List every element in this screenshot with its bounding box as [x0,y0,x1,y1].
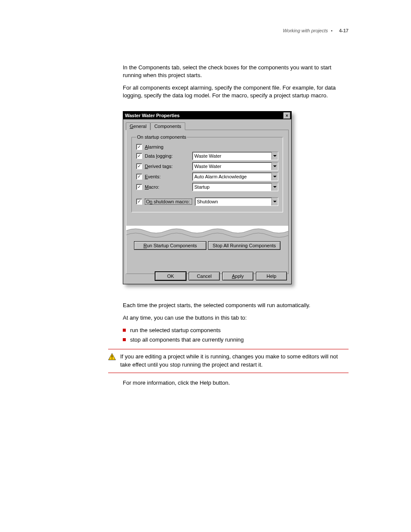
warning-block: If you are editing a project while it is… [108,349,349,373]
run-startup-button[interactable]: Run Startup Components [134,241,206,250]
alarming-checkbox[interactable] [136,144,142,150]
events-label: Events: [145,174,190,179]
bullet-list: run the selected startup components stop… [123,327,349,344]
intro-paragraph-1: In the Components tab, select the check … [123,64,349,79]
events-checkbox[interactable] [136,174,142,180]
derived-label: Derived tags: [145,164,190,169]
ok-button[interactable]: OK [155,272,186,280]
svg-rect-1 [112,355,112,358]
chevron-down-icon[interactable] [271,152,278,160]
close-icon[interactable]: × [283,112,290,119]
events-value: Auto Alarm Acknowledge [193,174,271,179]
tab-row: General Components [126,122,289,130]
page-number: 4-17 [339,28,349,33]
dialog-titlebar[interactable]: Waster Water Properties × [123,112,291,119]
macro-label: Macro: [145,184,190,190]
chevron-down-icon[interactable] [271,173,278,180]
derived-dropdown[interactable]: Waste Water [192,162,278,171]
torn-separator [126,226,289,239]
datalogging-checkbox[interactable] [136,153,142,159]
datalogging-value: Waste Water [193,153,271,159]
bullet-icon [123,329,126,332]
header-bullet: • [331,28,333,33]
datalogging-label: Data logging: [145,153,190,159]
macro-value: Startup [193,184,271,190]
dialog-title: Waster Water Properties [125,113,180,118]
chevron-down-icon[interactable] [271,183,278,191]
macro-dropdown[interactable]: Startup [192,183,278,191]
shutdown-dropdown[interactable]: Shutdown [195,197,278,206]
datalogging-dropdown[interactable]: Waste Water [192,152,278,160]
apply-button[interactable]: Apply [222,272,253,280]
group-legend: On startup components [136,134,187,140]
chevron-down-icon[interactable] [271,198,278,205]
chapter-title: Working with projects [283,28,328,33]
shutdown-checkbox[interactable] [136,199,142,205]
shutdown-value: Shutdown [195,199,271,204]
svg-rect-2 [112,358,112,359]
intro-paragraph-2: For all components except alarming, spec… [123,84,349,99]
body-paragraph-4: At any time, you can use the buttons in … [123,314,349,322]
macro-checkbox[interactable] [136,184,142,190]
stop-all-button[interactable]: Stop All Running Components [208,241,280,250]
bullet-icon [123,338,126,341]
derived-value: Waste Water [193,164,271,169]
body-paragraph-5: For more information, click the Help but… [123,379,349,387]
help-button[interactable]: Help [256,272,287,280]
page-header: Working with projects • 4-17 [283,28,349,33]
alarming-label: Alarming [145,144,190,149]
startup-components-group: On startup components Alarming Data logg… [131,134,283,212]
properties-dialog-screenshot: Waster Water Properties × General Compon… [123,111,292,284]
intro-text: In the Components tab, select the check … [123,64,349,99]
bullet-1: run the selected startup components [130,327,221,335]
bullet-2: stop all components that are currently r… [130,336,244,344]
warning-icon [108,353,116,361]
tab-components[interactable]: Components [150,122,185,130]
warning-text: If you are editing a project while it is… [120,353,349,369]
tab-general[interactable]: General [126,122,150,130]
body-paragraph-3: Each time the project starts, the select… [123,302,349,310]
cancel-button[interactable]: Cancel [189,272,220,280]
events-dropdown[interactable]: Auto Alarm Acknowledge [192,172,278,181]
shutdown-label: On shutdown macro: [145,199,192,205]
chevron-down-icon[interactable] [271,162,278,170]
derived-checkbox[interactable] [136,163,142,169]
